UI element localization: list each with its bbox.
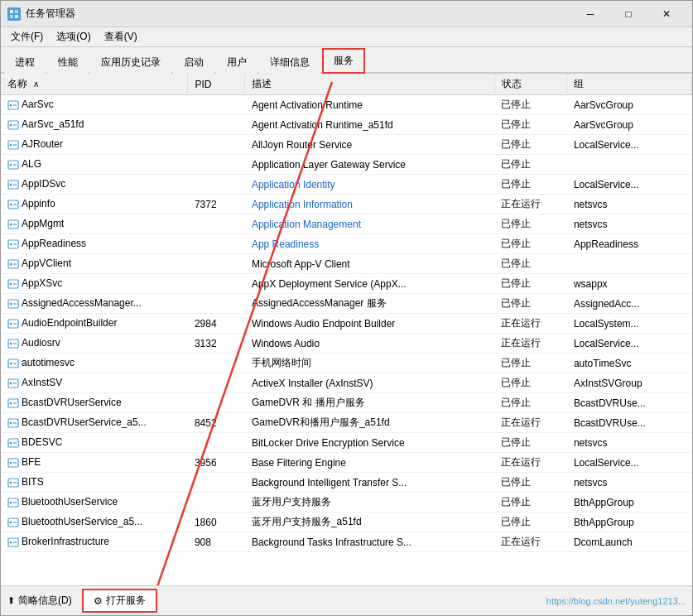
service-status: 已停止 bbox=[494, 234, 567, 254]
service-icon bbox=[7, 298, 19, 310]
service-name: AarSvc bbox=[22, 99, 54, 110]
table-row[interactable]: BcastDVRUserServiceGameDVR 和 播用户服务已停止Bca… bbox=[1, 393, 692, 413]
table-row[interactable]: autotimesvc手机网络时间已停止autoTimeSvc bbox=[1, 354, 692, 373]
service-name: BDESVC bbox=[22, 436, 62, 448]
table-row[interactable]: AarSvcAgent Activation Runtime已停止AarSvcG… bbox=[1, 95, 692, 115]
service-desc: BitLocker Drive Encryption Service bbox=[245, 433, 494, 453]
service-group: AssignedAcc... bbox=[567, 294, 692, 314]
service-group: AarSvcGroup bbox=[567, 95, 692, 115]
service-icon bbox=[7, 159, 19, 171]
maximize-button[interactable]: □ bbox=[609, 1, 647, 27]
table-row[interactable]: AudioEndpointBuilder2984Windows Audio En… bbox=[1, 314, 692, 334]
close-button[interactable]: ✕ bbox=[647, 1, 686, 27]
col-header-group[interactable]: 组 bbox=[567, 74, 692, 95]
service-desc: 蓝牙用户支持服务_a51fd bbox=[245, 513, 494, 532]
table-row[interactable]: BcastDVRUserService_a5...8452GameDVR和播用户… bbox=[1, 413, 692, 433]
svg-point-11 bbox=[10, 143, 12, 146]
tab-processes[interactable]: 进程 bbox=[4, 51, 46, 74]
table-row[interactable]: Audiosrv3132Windows Audio正在运行LocalServic… bbox=[1, 334, 692, 354]
svg-point-17 bbox=[10, 183, 12, 185]
svg-rect-3 bbox=[15, 15, 18, 18]
service-name: BFE bbox=[22, 456, 41, 468]
service-name: AppIDSvc bbox=[22, 178, 65, 190]
up-icon: ⬆ bbox=[7, 595, 15, 606]
service-group: netsvcs bbox=[567, 195, 692, 214]
menu-view[interactable]: 查看(V) bbox=[98, 28, 144, 46]
table-row[interactable]: AxInstSVActiveX Installer (AxInstSV)已停止A… bbox=[1, 373, 692, 393]
service-icon bbox=[7, 318, 19, 330]
service-status: 已停止 bbox=[494, 254, 567, 274]
service-group: LocalService... bbox=[567, 135, 692, 155]
service-pid bbox=[188, 155, 245, 175]
service-name: AJRouter bbox=[22, 138, 63, 150]
table-row[interactable]: AJRouterAllJoyn Router Service已停止LocalSe… bbox=[1, 135, 692, 155]
service-name: autotimesvc bbox=[22, 357, 75, 368]
table-row[interactable]: AppIDSvcApplication Identity已停止LocalServ… bbox=[1, 175, 692, 195]
service-group: wsappx bbox=[567, 274, 692, 294]
service-desc: 手机网络时间 bbox=[245, 354, 494, 373]
table-row[interactable]: BDESVCBitLocker Drive Encryption Service… bbox=[1, 433, 692, 453]
table-row[interactable]: BrokerInfrastructure908Background Tasks … bbox=[1, 532, 692, 552]
service-icon bbox=[7, 457, 19, 469]
service-pid bbox=[188, 274, 245, 294]
col-header-name[interactable]: 名称 ∧ bbox=[1, 74, 188, 95]
service-group: BcastDVRUse... bbox=[567, 413, 692, 433]
service-icon bbox=[7, 497, 19, 508]
service-icon bbox=[7, 537, 19, 548]
tab-details[interactable]: 详细信息 bbox=[259, 51, 320, 74]
service-status: 已停止 bbox=[494, 274, 567, 294]
svg-point-38 bbox=[10, 322, 12, 325]
service-status: 已停止 bbox=[494, 354, 567, 373]
col-header-status[interactable]: 状态 bbox=[494, 74, 567, 95]
tab-users[interactable]: 用户 bbox=[216, 51, 257, 74]
tab-services[interactable]: 服务 bbox=[322, 48, 365, 74]
service-status: 已停止 bbox=[494, 493, 567, 513]
table-row[interactable]: ALGApplication Layer Gateway Service已停止 bbox=[1, 155, 692, 175]
tab-startup[interactable]: 启动 bbox=[173, 51, 214, 74]
task-manager-window: 任务管理器 ─ □ ✕ 文件(F) 选项(O) 查看(V) 进程 性能 应用历史… bbox=[0, 0, 693, 616]
service-icon bbox=[7, 199, 19, 210]
tab-performance[interactable]: 性能 bbox=[47, 51, 89, 74]
table-row[interactable]: AarSvc_a51fdAgent Activation Runtime_a51… bbox=[1, 115, 692, 135]
open-services-button[interactable]: ⚙ 打开服务 bbox=[82, 589, 157, 613]
window-title: 任务管理器 bbox=[26, 7, 571, 21]
service-status: 已停止 bbox=[494, 373, 567, 393]
minimize-button[interactable]: ─ bbox=[571, 1, 609, 27]
service-name: AppVClient bbox=[22, 257, 71, 269]
app-icon bbox=[7, 7, 21, 21]
service-icon bbox=[7, 397, 19, 409]
table-row[interactable]: AppXSvcAppX Deployment Service (AppX...已… bbox=[1, 274, 692, 294]
service-status: 已停止 bbox=[494, 115, 567, 135]
tab-app-history[interactable]: 应用历史记录 bbox=[90, 51, 171, 74]
service-group: AarSvcGroup bbox=[567, 115, 692, 135]
service-desc: Windows Audio bbox=[245, 334, 494, 354]
service-group: LocalService... bbox=[567, 453, 692, 473]
service-name: BcastDVRUserService_a5... bbox=[22, 416, 147, 428]
table-row[interactable]: AssignedAccessManager...AssignedAccessMa… bbox=[1, 294, 692, 314]
table-row[interactable]: BITSBackground Intelligent Transfer S...… bbox=[1, 473, 692, 493]
service-status: 已停止 bbox=[494, 393, 567, 413]
table-row[interactable]: AppMgmtApplication Management已停止netsvcs bbox=[1, 214, 692, 234]
service-icon bbox=[7, 517, 19, 528]
table-row[interactable]: BFE3956Base Filtering Engine正在运行LocalSer… bbox=[1, 453, 692, 473]
service-icon bbox=[7, 99, 19, 111]
table-row[interactable]: Appinfo7372Application Information正在运行ne… bbox=[1, 195, 692, 214]
col-header-desc[interactable]: 描述 bbox=[245, 74, 494, 95]
menu-file[interactable]: 文件(F) bbox=[4, 28, 50, 46]
table-row[interactable]: AppReadinessApp Readiness已停止AppReadiness bbox=[1, 234, 692, 254]
menu-options[interactable]: 选项(O) bbox=[50, 28, 97, 46]
service-icon bbox=[7, 278, 19, 290]
table-row[interactable]: BluetoothUserService_a5...1860蓝牙用户支持服务_a… bbox=[1, 513, 692, 532]
table-row[interactable]: AppVClientMicrosoft App-V Client已停止 bbox=[1, 254, 692, 274]
service-icon bbox=[7, 358, 19, 369]
service-pid: 7372 bbox=[188, 195, 245, 214]
service-group: BcastDVRUse... bbox=[567, 393, 692, 413]
svg-point-65 bbox=[10, 501, 12, 503]
services-table-container[interactable]: 名称 ∧ PID 描述 状态 组 AarSvcAgent Activation … bbox=[1, 74, 692, 585]
summary-info-link[interactable]: ⬆ 简略信息(D) bbox=[7, 594, 72, 608]
svg-point-71 bbox=[10, 541, 12, 543]
service-pid bbox=[188, 254, 245, 274]
col-header-pid[interactable]: PID bbox=[188, 74, 245, 95]
table-row[interactable]: BluetoothUserService蓝牙用户支持服务已停止BthAppGro… bbox=[1, 493, 692, 513]
svg-point-56 bbox=[10, 441, 12, 444]
